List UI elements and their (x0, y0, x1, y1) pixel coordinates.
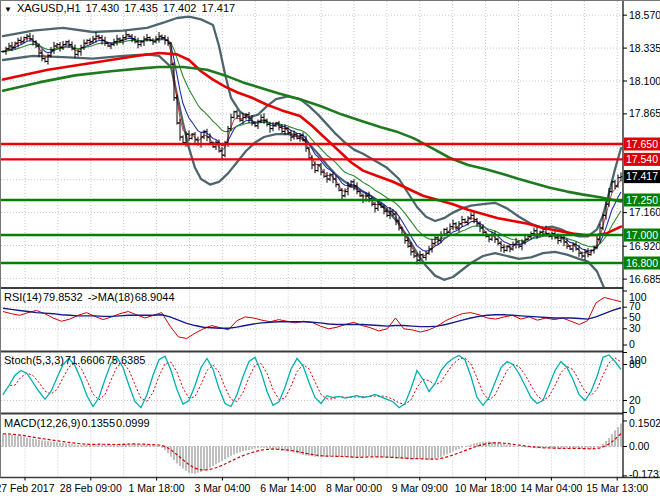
price-badge-label: 17.540 (626, 153, 658, 165)
time-axis-label: 3 Mar 04:00 (194, 482, 250, 494)
stoch-signal-line (3, 358, 621, 404)
time-axis-label: 9 Mar 09:00 (392, 482, 448, 494)
symbol-dropdown-icon[interactable]: ▼ (4, 5, 12, 14)
ma-green-line (3, 67, 621, 201)
time-axis-label: 8 Mar 00:00 (326, 482, 382, 494)
price-badge-label: 17.250 (626, 194, 658, 206)
time-axis-label: 27 Feb 2017 (0, 482, 55, 494)
price-badge-label: 17.650 (626, 138, 658, 150)
rsi-axis-label: 30 (629, 322, 641, 334)
price-badge-label: 16.800 (626, 257, 658, 269)
price-axis[interactable]: 18.57018.33518.10017.86517.16016.92016.6… (623, 9, 660, 480)
time-axis-label: 28 Feb 09:00 (60, 482, 122, 494)
main-panel[interactable] (0, 1, 623, 319)
time-axis-label: 14 Mar 04:00 (520, 482, 582, 494)
price-axis-label: 17.865 (629, 107, 660, 119)
rsi-ma-line (3, 308, 621, 329)
rsi-axis-label: 0 (629, 338, 635, 350)
time-axis-label: 6 Mar 14:00 (260, 482, 316, 494)
price-axis-label: 17.160 (629, 206, 660, 218)
rsi-main-line (3, 297, 621, 338)
stoch-panel[interactable] (1, 354, 622, 413)
stoch-axis-label: 0 (629, 404, 635, 416)
macd-axis-label: -0.1731 (629, 468, 660, 480)
macd-panel[interactable] (1, 416, 622, 477)
trading-chart-window: 18.57018.33518.10017.86517.16016.92016.6… (0, 0, 660, 500)
price-axis-label: 16.685 (629, 273, 660, 285)
stoch-axis-label: 80 (629, 358, 641, 370)
time-axis[interactable]: 27 Feb 201728 Feb 09:001 Mar 18:003 Mar … (0, 478, 648, 495)
price-badge-label: 17.417 (626, 170, 658, 182)
price-badge-label: 17.000 (626, 229, 658, 241)
rsi-panel[interactable] (1, 291, 622, 351)
price-axis-label: 18.570 (629, 9, 660, 21)
price-axis-label: 18.100 (629, 75, 660, 87)
time-axis-label: 10 Mar 18:00 (455, 482, 517, 494)
time-axis-label: 1 Mar 18:00 (129, 482, 185, 494)
chart-canvas[interactable]: 18.57018.33518.10017.86517.16016.92016.6… (0, 0, 660, 500)
band-lower-line (3, 54, 621, 319)
time-axis-label: 15 Mar 13:00 (586, 482, 648, 494)
macd-axis-label: 0.1502 (629, 417, 660, 429)
price-axis-label: 18.335 (629, 42, 660, 54)
macd-axis-label: 0.00 (629, 440, 650, 452)
